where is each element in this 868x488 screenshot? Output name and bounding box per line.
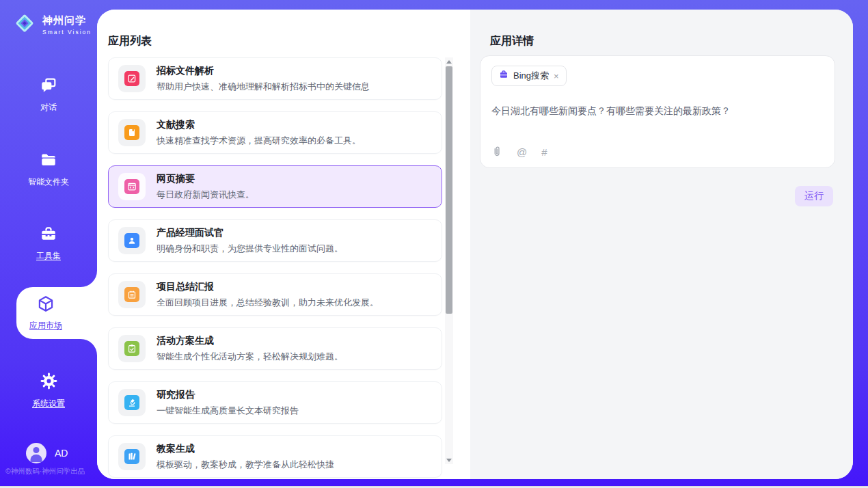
cube-icon — [36, 295, 55, 316]
app-card-description: 明确身份和职责，为您提供专业性的面试问题。 — [157, 243, 343, 255]
app-icon-container — [118, 281, 146, 308]
app-icon-container — [118, 335, 146, 362]
notepad-icon — [124, 287, 139, 302]
app-card-web-summary[interactable]: 网页摘要 每日政府新闻资讯快查。 — [108, 165, 442, 208]
prompt-card: Bing搜索 × 今日湖北有哪些新闻要点？有哪些需要关注的最新政策？ @ # — [480, 55, 835, 168]
app-card-title: 网页摘要 — [157, 173, 254, 185]
microscope-icon — [124, 395, 139, 410]
app-list-scrollbar[interactable] — [445, 57, 453, 464]
copyright-text: ©神州数码·神州问学出品 — [5, 467, 97, 476]
app-card-project-summary[interactable]: 项目总结汇报 全面回顾项目进展，总结经验教训，助力未来优化发展。 — [108, 273, 442, 316]
brand-logo: 神州问学 Smart Vision — [12, 11, 92, 38]
at-mention-icon[interactable]: @ — [517, 146, 527, 158]
paperclip-icon[interactable] — [491, 146, 502, 158]
app-icon-container — [118, 65, 146, 92]
sidebar-item-app-market[interactable]: 应用市场 — [16, 287, 75, 339]
briefcase-icon — [499, 70, 508, 82]
app-card-title: 招标文件解析 — [157, 65, 370, 77]
gear-icon — [40, 372, 58, 393]
app-detail-title: 应用详情 — [490, 34, 534, 49]
sidebar-item-chat[interactable]: 对话 — [0, 77, 97, 113]
app-list-title: 应用列表 — [108, 34, 152, 49]
prompt-input[interactable]: 今日湖北有哪些新闻要点？有哪些需要关注的最新政策？ — [491, 104, 824, 118]
app-card-description: 模板驱动，教案秒成，教学准备从此轻松快捷 — [157, 459, 334, 471]
brand-name: 神州问学 — [42, 14, 92, 27]
app-card-title: 研究报告 — [157, 389, 299, 401]
app-card-description: 快速精准查找学术资源，提高研究效率的必备工具。 — [157, 135, 361, 147]
app-card-event-plan[interactable]: 活动方案生成 智能生成个性化活动方案，轻松解决规划难题。 — [108, 327, 442, 370]
app-card-title: 教案生成 — [157, 443, 334, 455]
sidebar-item-settings[interactable]: 系统设置 — [0, 372, 97, 409]
app-card-title: 产品经理面试官 — [157, 227, 343, 239]
app-icon-container — [118, 227, 146, 254]
scrollbar-down-arrow[interactable] — [445, 456, 453, 464]
sidebar-item-label: 对话 — [40, 102, 57, 113]
app-card-description: 一键智能生成高质量长文本研究报告 — [157, 405, 299, 417]
tool-chip-label: Bing搜索 — [513, 70, 549, 82]
app-card-pm-interviewer[interactable]: 产品经理面试官 明确身份和职责，为您提供专业性的面试问题。 — [108, 219, 442, 262]
clipboard-check-icon — [124, 341, 139, 356]
app-card-description: 智能生成个性化活动方案，轻松解决规划难题。 — [157, 351, 343, 363]
app-icon-container — [118, 173, 146, 200]
book-icon — [124, 125, 139, 140]
sidebar-item-label: 应用市场 — [29, 320, 62, 331]
app-card-research-report[interactable]: 研究报告 一键智能生成高质量长文本研究报告 — [108, 381, 442, 424]
scrollbar-up-arrow[interactable] — [445, 57, 453, 66]
app-card-title: 项目总结汇报 — [157, 281, 379, 293]
app-icon-container — [118, 443, 146, 470]
app-card-title: 文献搜索 — [157, 119, 361, 131]
attachment-toolbar: @ # — [491, 146, 547, 158]
avatar — [26, 443, 46, 463]
app-card-title: 活动方案生成 — [157, 335, 343, 347]
chat-icon — [40, 77, 57, 97]
app-card-description: 全面回顾项目进展，总结经验教训，助力未来优化发展。 — [157, 297, 379, 309]
app-list: 招标文件解析 帮助用户快速、准确地理解和解析招标书中的关键信息 文献搜索 — [108, 57, 442, 479]
folder-icon — [40, 151, 57, 172]
document-edit-icon — [124, 71, 139, 86]
app-detail-panel: 应用详情 Bing搜索 × 今日湖北有哪些新闻要点？有哪些需要关注的最新政策？ — [470, 10, 853, 479]
app-card-lesson-plan[interactable]: 教案生成 模板驱动，教案秒成，教学准备从此轻松快捷 — [108, 435, 442, 478]
person-document-icon — [124, 233, 139, 248]
sidebar-item-label: 系统设置 — [32, 398, 65, 409]
sidebar-active-bubble: 应用市场 — [16, 287, 97, 339]
sidebar-item-label: 工具集 — [36, 250, 61, 262]
app-card-bid-document-parsing[interactable]: 招标文件解析 帮助用户快速、准确地理解和解析招标书中的关键信息 — [108, 57, 442, 100]
app-list-panel: 应用列表 招标文件解析 帮助用户快速、准确地理解和解析招标书中的关键信 — [97, 10, 470, 479]
tool-chip-bing-search[interactable]: Bing搜索 × — [491, 66, 567, 86]
app-card-literature-search[interactable]: 文献搜索 快速精准查找学术资源，提高研究效率的必备工具。 — [108, 111, 442, 154]
app-card-description: 每日政府新闻资讯快查。 — [157, 189, 254, 201]
books-icon — [124, 449, 139, 464]
app-card-description: 帮助用户快速、准确地理解和解析招标书中的关键信息 — [157, 81, 370, 93]
app-icon-container — [118, 119, 146, 146]
brand-diamond-icon — [12, 11, 37, 38]
hash-tag-icon[interactable]: # — [541, 146, 547, 158]
chip-close-icon[interactable]: × — [554, 72, 559, 81]
sidebar-item-label: 智能文件夹 — [28, 176, 69, 188]
sidebar: 神州问学 Smart Vision 对话 智能文件夹 — [0, 0, 97, 479]
app-window: 神州问学 Smart Vision 对话 智能文件夹 — [0, 0, 868, 488]
scrollbar-thumb[interactable] — [446, 66, 452, 314]
toolbox-icon — [40, 225, 57, 245]
user-initials: AD — [55, 448, 68, 459]
brand-tagline: Smart Vision — [42, 29, 92, 36]
app-icon-container — [118, 389, 146, 416]
sidebar-item-smart-folder[interactable]: 智能文件夹 — [0, 151, 97, 188]
user-account[interactable]: AD — [26, 443, 68, 463]
browser-code-icon — [124, 179, 139, 194]
main-content: 应用列表 招标文件解析 帮助用户快速、准确地理解和解析招标书中的关键信 — [97, 10, 853, 479]
run-button[interactable]: 运行 — [795, 186, 833, 206]
